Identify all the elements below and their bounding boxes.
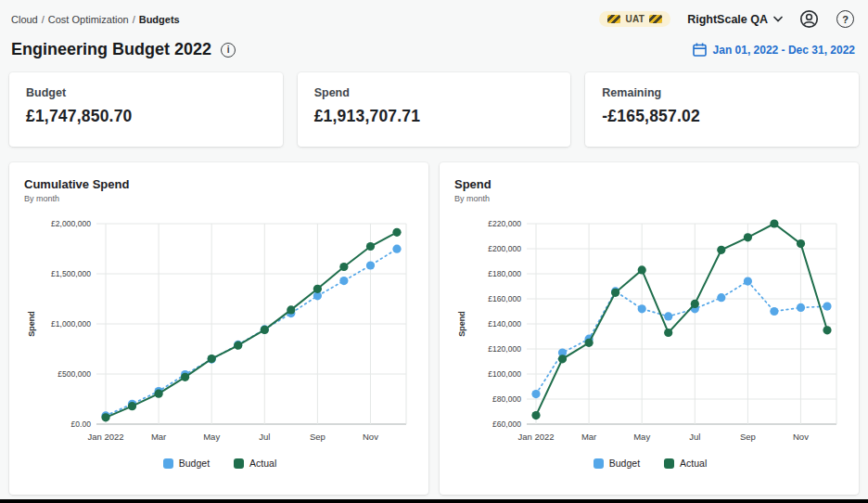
legend-item-actual[interactable]: Actual <box>234 458 276 469</box>
svg-text:Mar: Mar <box>581 432 596 442</box>
legend-item-actual[interactable]: Actual <box>664 458 707 469</box>
actual-legend-label: Actual <box>249 458 276 469</box>
svg-text:£200,000: £200,000 <box>488 244 521 253</box>
svg-text:£1,000,000: £1,000,000 <box>51 319 91 329</box>
legend-item-budget[interactable]: Budget <box>163 458 210 469</box>
account-icon <box>799 9 819 29</box>
top-bar: Cloud/Cost Optimization/Budgets UAT Righ… <box>0 0 868 29</box>
svg-text:£160,000: £160,000 <box>488 294 521 303</box>
cumulative-spend-legend: Budget Actual <box>24 458 415 469</box>
cumulative-spend-subtitle: By month <box>24 194 415 203</box>
breadcrumb-separator: / <box>42 14 45 25</box>
monthly-spend-subtitle: By month <box>454 194 846 203</box>
remaining-card-label: Remaining <box>602 86 842 99</box>
monthly-spend-card: Spend By month £60,000£80,000£100,000£12… <box>440 162 859 495</box>
calendar-icon <box>693 43 707 57</box>
svg-text:Nov: Nov <box>793 432 809 442</box>
date-range-picker[interactable]: Jan 01, 2022 - Dec 31, 2022 <box>693 43 855 57</box>
svg-text:£1,500,000: £1,500,000 <box>51 269 91 278</box>
svg-text:£120,000: £120,000 <box>488 344 521 354</box>
construction-barrier-icon <box>649 15 662 23</box>
spend-card-label: Spend <box>314 86 555 99</box>
monthly-spend-chart: £60,000£80,000£100,000£120,000£140,000£1… <box>454 216 844 452</box>
account-button[interactable] <box>799 9 819 29</box>
svg-text:Jan 2022: Jan 2022 <box>517 432 554 442</box>
breadcrumb-separator: / <box>133 14 135 25</box>
svg-text:£220,000: £220,000 <box>488 219 521 228</box>
budget-card: Budget £1,747,850.70 <box>9 72 283 147</box>
remaining-card: Remaining -£165,857.02 <box>585 72 859 147</box>
summary-cards: Budget £1,747,850.70 Spend £1,913,707.71… <box>0 59 868 147</box>
budget-legend-swatch <box>594 458 604 469</box>
organization-name: RightScale QA <box>687 13 768 26</box>
spend-card-value: £1,913,707.71 <box>314 107 555 126</box>
svg-text:£180,000: £180,000 <box>488 269 521 278</box>
actual-legend-swatch <box>664 458 674 469</box>
breadcrumb-cloud[interactable]: Cloud <box>11 14 38 25</box>
svg-text:Nov: Nov <box>363 432 378 442</box>
construction-barrier-icon <box>607 15 620 23</box>
cumulative-spend-card: Cumulative Spend By month £0.00£500,000£… <box>9 162 428 495</box>
breadcrumb-budgets: Budgets <box>139 14 180 25</box>
svg-text:£140,000: £140,000 <box>488 319 521 329</box>
svg-text:£80,000: £80,000 <box>492 394 521 404</box>
svg-text:Sep: Sep <box>310 432 326 442</box>
top-bar-actions: UAT RightScale QA ? <box>599 9 855 29</box>
uat-environment-badge: UAT <box>599 11 670 27</box>
monthly-spend-legend: Budget Actual <box>454 458 846 469</box>
svg-text:£500,000: £500,000 <box>57 369 91 379</box>
spend-card: Spend £1,913,707.71 <box>298 72 571 147</box>
svg-text:Spend: Spend <box>27 311 36 337</box>
budget-card-label: Budget <box>26 86 266 99</box>
page-title: Engineering Budget 2022 <box>11 40 211 59</box>
cumulative-spend-title: Cumulative Spend <box>24 177 415 191</box>
svg-text:£100,000: £100,000 <box>488 369 521 379</box>
svg-text:Jul: Jul <box>689 432 700 442</box>
svg-text:May: May <box>633 432 650 442</box>
date-range-label: Jan 01, 2022 - Dec 31, 2022 <box>713 44 855 57</box>
budget-card-value: £1,747,850.70 <box>26 107 266 126</box>
help-button[interactable]: ? <box>836 9 855 29</box>
breadcrumb: Cloud/Cost Optimization/Budgets <box>11 14 180 25</box>
svg-text:Jul: Jul <box>259 432 270 442</box>
svg-text:£0.00: £0.00 <box>70 419 91 429</box>
svg-text:Spend: Spend <box>457 311 466 337</box>
help-icon: ? <box>836 10 854 28</box>
window-bottom-edge <box>0 499 868 503</box>
budget-legend-swatch <box>163 458 173 469</box>
svg-text:Mar: Mar <box>151 432 166 442</box>
svg-text:Jan 2022: Jan 2022 <box>87 432 123 442</box>
monthly-spend-title: Spend <box>454 177 846 191</box>
uat-badge-label: UAT <box>625 14 645 24</box>
actual-legend-swatch <box>234 458 244 469</box>
legend-item-budget[interactable]: Budget <box>594 458 640 469</box>
remaining-card-value: -£165,857.02 <box>602 107 842 126</box>
svg-text:£2,000,000: £2,000,000 <box>51 219 91 228</box>
cumulative-spend-chart: £0.00£500,000£1,000,000£1,500,000£2,000,… <box>24 216 414 452</box>
breadcrumb-cost-optimization[interactable]: Cost Optimization <box>48 14 129 25</box>
info-icon[interactable]: i <box>221 43 236 58</box>
svg-text:Sep: Sep <box>740 432 756 442</box>
svg-text:£60,000: £60,000 <box>492 419 521 429</box>
svg-text:May: May <box>203 432 220 442</box>
page-header: Engineering Budget 2022 i Jan 01, 2022 -… <box>0 29 868 59</box>
actual-legend-label: Actual <box>680 458 707 469</box>
charts-section: Cumulative Spend By month £0.00£500,000£… <box>0 147 868 495</box>
organization-dropdown[interactable]: RightScale QA <box>687 13 783 26</box>
budget-legend-label: Budget <box>609 458 640 469</box>
budget-legend-label: Budget <box>179 458 210 469</box>
chevron-down-icon <box>773 16 783 22</box>
